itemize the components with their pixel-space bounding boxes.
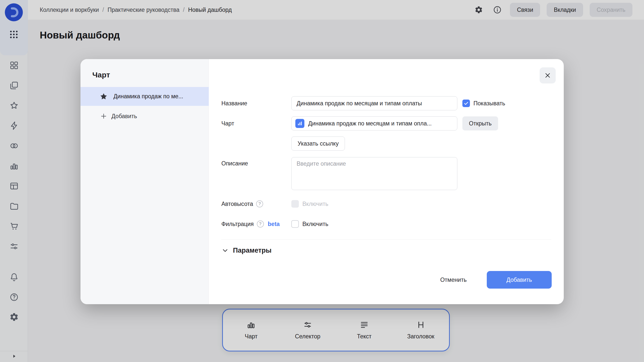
- name-label: Название: [221, 100, 291, 107]
- link-row: Указать ссылку: [221, 137, 551, 151]
- description-row: Описание: [221, 157, 551, 190]
- dialog-footer: Отменить Добавить: [209, 271, 552, 289]
- show-checkbox[interactable]: [462, 100, 470, 107]
- add-label: Добавить: [111, 113, 137, 120]
- specify-link-button[interactable]: Указать ссылку: [291, 137, 345, 151]
- autoheight-label: Автовысота: [221, 201, 253, 207]
- filtering-label: Фильтрация: [221, 221, 254, 228]
- app-root: Коллекции и воркбуки / Практические руко…: [0, 0, 644, 362]
- dialog-title: Чарт: [92, 71, 110, 79]
- cancel-button[interactable]: Отменить: [434, 271, 473, 289]
- params-section-toggle[interactable]: Параметры: [221, 244, 271, 256]
- params-section-title: Параметры: [233, 247, 271, 254]
- name-row: Название Показывать: [221, 96, 551, 110]
- chart-reference-field[interactable]: Динамика продаж по месяцам и типам опла.…: [291, 116, 457, 130]
- autoheight-checkbox-label: Включить: [302, 201, 328, 207]
- chevron-down-icon: [221, 247, 229, 254]
- chart-list-item-label: Динамика продаж по ме...: [113, 93, 183, 100]
- chart-row: Чарт Динамика продаж по месяцам и типам …: [221, 116, 551, 130]
- chart-list-item-selected[interactable]: Динамика продаж по ме...: [80, 87, 209, 106]
- star-filled-icon: [99, 92, 108, 101]
- plus-icon: [100, 112, 107, 120]
- filtering-checkbox[interactable]: [291, 220, 299, 228]
- show-checkbox-label: Показывать: [473, 100, 505, 107]
- filtering-label-wrap: Фильтрация ? beta: [221, 220, 291, 228]
- description-label: Описание: [221, 160, 291, 167]
- autoheight-checkbox[interactable]: [291, 200, 299, 208]
- close-icon[interactable]: [540, 67, 556, 83]
- autoheight-help-icon[interactable]: ?: [256, 200, 263, 207]
- filtering-row: Фильтрация ? beta Включить: [221, 218, 551, 230]
- filtering-checkbox-label: Включить: [302, 221, 328, 228]
- beta-badge: beta: [268, 221, 280, 228]
- dialog-left-panel: Чарт Динамика продаж по ме... Добавить: [80, 59, 209, 304]
- chart-label: Чарт: [221, 120, 291, 127]
- filtering-help-icon[interactable]: ?: [257, 220, 264, 228]
- dialog-form: Название Показывать Чарт: [209, 59, 564, 304]
- autoheight-row: Автовысота ? Включить: [221, 198, 551, 210]
- add-button[interactable]: Добавить: [487, 271, 552, 289]
- chart-type-icon: [295, 119, 304, 128]
- name-input[interactable]: [291, 96, 457, 110]
- params-divider: [221, 239, 551, 240]
- description-textarea[interactable]: [291, 157, 457, 190]
- chart-reference-name: Динамика продаж по месяцам и типам опла.…: [308, 120, 432, 127]
- open-chart-button[interactable]: Открыть: [462, 116, 498, 130]
- add-chart-dialog: Чарт Динамика продаж по ме... Добавить: [80, 59, 564, 304]
- add-chart-list-item-button[interactable]: Добавить: [80, 110, 209, 122]
- autoheight-label-wrap: Автовысота ?: [221, 200, 291, 207]
